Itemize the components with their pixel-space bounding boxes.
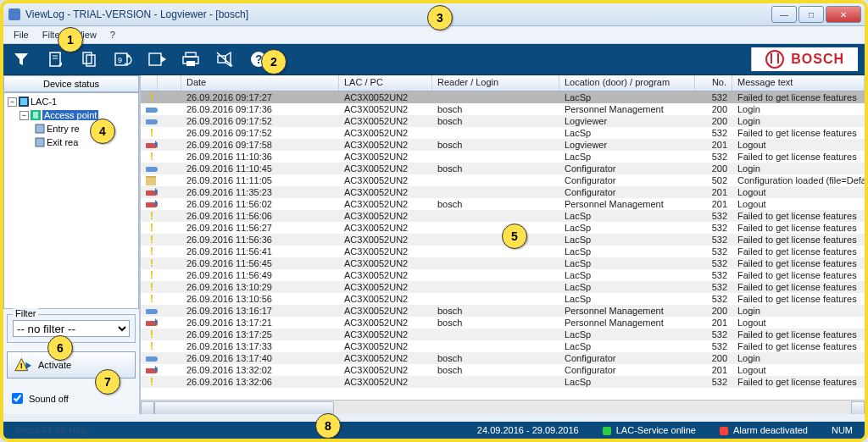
col-date[interactable]: Date: [181, 75, 339, 91]
led-green-icon: [603, 427, 611, 435]
row-event-icon: !: [141, 210, 158, 222]
menu-file[interactable]: File: [8, 28, 34, 41]
table-row[interactable]: 26.09.2016 11:10:45AC3X0052UN2boschConfi…: [141, 163, 865, 174]
scroll-right-icon[interactable]: [851, 401, 865, 414]
row-event-icon: !: [141, 293, 158, 305]
toolbar: 9 ? BOSCH: [3, 44, 865, 75]
table-row[interactable]: 26.09.2016 11:11:05AC3X0052UN2Configurat…: [141, 174, 865, 186]
table-row[interactable]: 26.09.2016 11:56:02AC3X0052UN2boschPerso…: [141, 198, 865, 210]
table-row[interactable]: 26.09.2016 13:16:17AC3X0052UN2boschPerso…: [141, 305, 865, 317]
table-row[interactable]: 26.09.2016 13:17:21AC3X0052UN2boschPerso…: [141, 317, 865, 329]
table-row[interactable]: !26.09.2016 09:17:27AC3X0052UN2LacSp532F…: [141, 91, 865, 103]
alarm-off-icon[interactable]: [214, 48, 236, 70]
device-tree[interactable]: − LAC-1 − Access point Entry re Exit rea: [3, 92, 139, 309]
col-message[interactable]: Message text: [732, 75, 865, 91]
row-no: 532: [695, 127, 732, 139]
svg-rect-6: [86, 55, 95, 66]
reader-icon: [35, 137, 45, 147]
menu-help[interactable]: ?: [105, 28, 120, 41]
row-event-icon: !: [141, 376, 158, 388]
copy-icon[interactable]: [78, 48, 100, 70]
row-lac: AC3X0052UN2: [339, 115, 432, 127]
svg-rect-24: [36, 124, 44, 133]
table-row[interactable]: !26.09.2016 13:32:06AC3X0052UN2LacSp532F…: [141, 376, 865, 388]
table-row[interactable]: 26.09.2016 13:32:02AC3X0052UN2boschConfi…: [141, 364, 865, 376]
col-location[interactable]: Location (door) / program: [559, 75, 695, 91]
row-location: LacSp: [559, 257, 695, 269]
row-message: Failed to get license features: [732, 376, 865, 388]
table-row[interactable]: !26.09.2016 11:56:06AC3X0052UN2LacSp532F…: [141, 210, 865, 222]
tree-item[interactable]: Entry re: [4, 122, 138, 135]
row-reader: [432, 257, 559, 269]
row-spacer: [158, 281, 181, 293]
table-row[interactable]: !26.09.2016 09:17:52AC3X0052UN2LacSp532F…: [141, 127, 865, 139]
table-row[interactable]: !26.09.2016 11:56:45AC3X0052UN2LacSp532F…: [141, 257, 865, 269]
row-message: Failed to get license features: [732, 151, 865, 163]
horizontal-scrollbar[interactable]: [141, 400, 865, 414]
row-spacer: [158, 234, 181, 246]
row-reader: bosch: [432, 198, 559, 210]
filter-select[interactable]: -- no filter --: [13, 320, 130, 337]
svg-marker-0: [14, 53, 28, 65]
tree-item[interactable]: Exit rea: [4, 135, 138, 149]
sound-off-checkbox[interactable]: Sound off: [8, 390, 134, 406]
row-spacer: [158, 376, 181, 388]
row-lac: AC3X0052UN2: [339, 210, 432, 222]
col-reader[interactable]: Reader / Login: [432, 75, 559, 91]
maximize-button[interactable]: □: [798, 6, 824, 23]
calendar-range-icon[interactable]: [146, 48, 168, 70]
grid-header[interactable]: Date LAC / PC Reader / Login Location (d…: [141, 75, 865, 91]
table-row[interactable]: !26.09.2016 13:10:56AC3X0052UN2LacSp532F…: [141, 293, 865, 305]
row-reader: bosch: [432, 103, 559, 115]
report-icon[interactable]: [44, 48, 66, 70]
scroll-left-icon[interactable]: [141, 401, 154, 414]
app-icon: [8, 8, 20, 20]
table-row[interactable]: !26.09.2016 11:10:36AC3X0052UN2LacSp532F…: [141, 151, 865, 163]
row-message: Failed to get license features: [732, 127, 865, 139]
minimize-button[interactable]: —: [771, 6, 797, 23]
col-lac[interactable]: LAC / PC: [339, 75, 432, 91]
calendar-refresh-icon[interactable]: 9: [112, 48, 134, 70]
window-title: ViewLog - TRIAL-VERSION - Logviewer - [b…: [25, 8, 771, 20]
grid-body[interactable]: !26.09.2016 09:17:27AC3X0052UN2LacSp532F…: [141, 91, 865, 400]
table-row[interactable]: 26.09.2016 09:17:58AC3X0052UN2boschLogvi…: [141, 139, 865, 151]
table-row[interactable]: 26.09.2016 13:17:40AC3X0052UN2boschConfi…: [141, 352, 865, 364]
callout-3: 3: [427, 5, 453, 30]
row-reader: [432, 174, 559, 186]
sound-off-input[interactable]: [12, 393, 23, 404]
status-bar: Press F1 for Help. 24.09.2016 - 29.09.20…: [3, 422, 865, 439]
row-no: 532: [695, 91, 732, 103]
col-no[interactable]: No.: [695, 75, 732, 91]
tree-root[interactable]: − LAC-1: [4, 95, 138, 108]
row-message: Logout: [732, 198, 865, 210]
table-row[interactable]: 26.09.2016 11:35:23AC3X0052UN2Configurat…: [141, 186, 865, 198]
close-button[interactable]: ✕: [826, 6, 861, 23]
row-spacer: [158, 269, 181, 281]
row-date: 26.09.2016 13:17:25: [181, 329, 339, 340]
table-row[interactable]: 26.09.2016 09:17:52AC3X0052UN2boschLogvi…: [141, 115, 865, 127]
row-no: 200: [695, 305, 732, 317]
row-lac: AC3X0052UN2: [339, 364, 432, 376]
scroll-thumb[interactable]: [154, 401, 334, 414]
row-spacer: [158, 246, 181, 257]
row-location: Configurator: [559, 174, 695, 186]
table-row[interactable]: !26.09.2016 13:10:29AC3X0052UN2LacSp532F…: [141, 281, 865, 293]
row-event-icon: !: [141, 246, 158, 257]
tree-item[interactable]: − Access point: [4, 108, 138, 122]
table-row[interactable]: !26.09.2016 13:17:25AC3X0052UN2LacSp532F…: [141, 329, 865, 340]
filter-icon[interactable]: [10, 48, 32, 70]
row-event-icon: [141, 352, 158, 364]
collapse-icon[interactable]: −: [8, 97, 17, 107]
print-icon[interactable]: [180, 48, 202, 70]
tree-root-label: LAC-1: [31, 97, 57, 107]
table-row[interactable]: !26.09.2016 11:56:41AC3X0052UN2LacSp532F…: [141, 246, 865, 257]
table-row[interactable]: 26.09.2016 09:17:36AC3X0052UN2boschPerso…: [141, 103, 865, 115]
row-location: LacSp: [559, 293, 695, 305]
row-no: 201: [695, 364, 732, 376]
collapse-icon[interactable]: −: [19, 111, 29, 120]
row-spacer: [158, 317, 181, 329]
row-lac: AC3X0052UN2: [339, 198, 432, 210]
table-row[interactable]: !26.09.2016 13:17:33AC3X0052UN2LacSp532F…: [141, 340, 865, 352]
table-row[interactable]: !26.09.2016 11:56:49AC3X0052UN2LacSp532F…: [141, 269, 865, 281]
row-no: 532: [695, 281, 732, 293]
